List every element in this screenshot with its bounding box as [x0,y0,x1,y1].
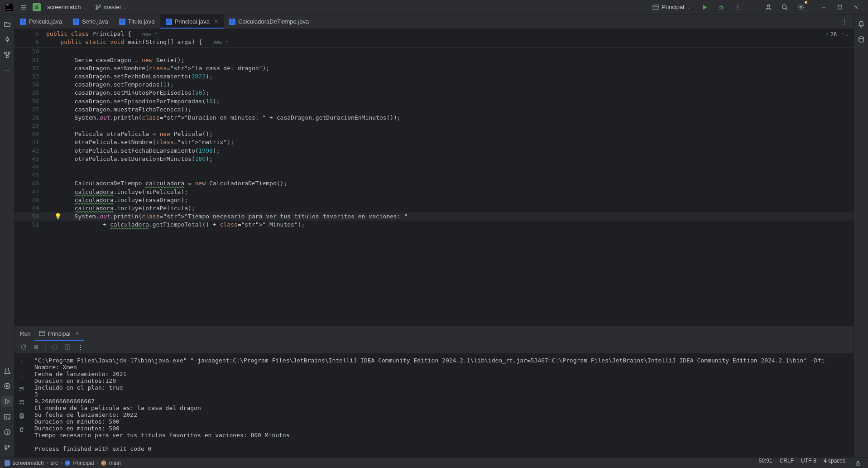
chevron-up-icon[interactable]: ⌃ [841,32,844,38]
readonly-icon[interactable] [853,458,863,468]
structure-tool-icon[interactable] [1,49,13,61]
chevron-down-icon[interactable]: ⌄ [846,32,848,38]
run-tool-icon[interactable] [1,396,13,407]
minimize-window-button[interactable] [815,1,832,14]
project-dropdown[interactable]: screenmatch ⌄ [44,3,89,11]
more-tools-icon[interactable]: ⋯ [1,64,13,76]
indent-settings[interactable]: 4 spaces [824,458,845,468]
search-icon[interactable] [779,2,790,13]
center-area: CPelicula.javaCSerie.javaCTitulo.javaCPr… [14,14,854,457]
layout-icon[interactable] [62,342,73,352]
run-config-label: Principal [662,4,684,10]
up-icon[interactable]: ↑ [16,356,27,367]
editor-area[interactable]: 5 public class Principal { new * 6 publi… [14,29,854,326]
code-line[interactable]: 43 otraPelicula.setDuracionEnMinutos(180… [14,155,854,163]
debug-button[interactable] [716,2,727,13]
line-number: 32 [14,64,46,72]
stop-button[interactable] [31,342,42,352]
file-tab[interactable]: CSerie.java [67,14,114,29]
close-icon[interactable]: ✕ [214,19,218,24]
intention-bulb-icon[interactable]: 💡 [54,212,62,221]
code-line[interactable]: 33 casaDragon.setFechaDeLansamiento(2022… [14,72,854,81]
services-tool-icon[interactable] [1,380,13,392]
scroll-to-end-icon[interactable] [16,397,27,408]
commit-tool-icon[interactable] [1,34,13,45]
code-line[interactable]: 38 System.out.println(class="str">"Durac… [14,114,854,122]
code-text: otraPelicula.setDuracionEnMinutos(180); [46,155,213,163]
code-line[interactable]: 35 casaDragon.setMinutosPorEpisodios(50)… [14,89,854,97]
more-actions-icon[interactable]: ⋮ [732,2,743,13]
file-tab[interactable]: CCalculadoraDeTiempo.java [224,14,314,29]
file-encoding[interactable]: UTF-8 [801,458,816,468]
app-logo-icon[interactable] [4,2,14,13]
clear-icon[interactable] [16,424,27,435]
code-line[interactable]: 37 casaDragon.muestraFichaTecnica(); [14,106,854,114]
code-line[interactable]: 49 calculadora.incluye(otraPelicula); [14,204,854,212]
notifications-icon[interactable] [855,18,867,30]
run-tab-principal[interactable]: Principal ✕ [34,326,84,341]
code-line[interactable]: 32 casaDragon.setNombre(class="str">"la … [14,64,854,72]
tab-label: Pelicula.java [29,18,62,25]
code-line[interactable]: 34 casaDragon.setTemporadas(1); [14,81,854,89]
file-tab[interactable]: CTitulo.java [114,14,160,29]
line-number: 49 [14,204,46,212]
breadcrumb[interactable]: screenmatch › src › C Principal › m main [5,460,121,466]
code-text: otraPelicula.setFechaDeLansamiento(1998)… [46,147,220,155]
down-icon[interactable]: ↓ [16,370,27,381]
java-class-icon: C [73,19,79,25]
close-window-button[interactable] [848,1,864,14]
build-tool-icon[interactable] [1,365,13,376]
terminal-tool-icon[interactable] [1,411,13,423]
svg-point-36 [5,383,10,389]
code-scroll-area[interactable]: 3031 Serie casaDragon = new Serie();32 c… [14,48,854,326]
hamburger-menu-icon[interactable] [18,2,29,13]
svg-rect-47 [34,345,38,349]
svg-rect-55 [857,463,859,465]
close-icon[interactable]: ✕ [75,331,79,337]
code-text: System.out.println(class="str">"Tiempo n… [46,212,408,221]
code-line[interactable]: 39 [14,122,854,130]
code-line[interactable]: 47 calculadora.incluye(miPelicula); [14,188,854,196]
problems-tool-icon[interactable] [1,426,13,438]
gutter-line-6: 6 [14,38,46,46]
maximize-window-button[interactable] [832,1,848,14]
line-number: 31 [14,56,46,64]
more-icon[interactable]: ⋮ [75,342,86,352]
rerun-button[interactable] [18,342,29,352]
code-line[interactable]: 51 + calculadora.getTiempoTotal() + clas… [14,221,854,229]
database-icon[interactable] [855,34,867,45]
code-line[interactable]: 42 otraPelicula.setFechaDeLansamiento(19… [14,147,854,155]
code-line[interactable]: 45 [14,171,854,179]
code-text: Pelicula otraPelicula = new Pelicula(); [46,130,213,138]
tabs-more-icon[interactable]: ⋮ [839,16,850,27]
settings-icon[interactable] [796,2,806,13]
vcs-branch-dropdown[interactable]: master ⌄ [92,3,129,11]
code-line[interactable]: 💡50 System.out.println(class="str">"Tiem… [14,212,854,221]
console-output[interactable]: "C:\Program Files\Java\jdk-17\bin\java.e… [29,353,854,457]
cursor-position[interactable]: 50:91 [759,458,772,468]
filter-icon[interactable] [49,342,60,352]
print-icon[interactable] [16,410,27,421]
code-line[interactable]: 31 Serie casaDragon = new Serie(); [14,56,854,64]
code-line[interactable]: 36 casaDragon.setEpisodiosPorTemporadas(… [14,97,854,106]
sticky-header: 5 public class Principal { new * 6 publi… [14,29,854,48]
vcs-tool-icon[interactable] [1,442,13,454]
file-tab[interactable]: CPelicula.java [14,14,67,29]
code-with-me-icon[interactable] [763,2,774,13]
status-bar: screenmatch › src › C Principal › m main… [0,457,868,468]
code-line[interactable]: 41 otraPelicula.setNombre(class="str">"m… [14,138,854,146]
soft-wrap-icon[interactable] [16,383,27,394]
svg-point-28 [6,38,9,41]
line-separator[interactable]: CRLF [780,458,794,468]
file-tab[interactable]: CPrincipal.java✕ [160,14,224,29]
code-line[interactable]: 48 calculadora.incluye(casaDragon); [14,196,854,204]
code-line[interactable]: 40 Pelicula otraPelicula = new Pelicula(… [14,130,854,138]
code-line[interactable]: 44 [14,163,854,171]
project-tool-icon[interactable] [1,18,13,30]
code-line[interactable]: 46 CalculadoraDeTiempo calculadora = new… [14,179,854,188]
run-button[interactable] [700,2,710,13]
problems-indicator[interactable]: ✓ 26 ⌃ ⌄ [825,31,848,39]
code-line[interactable]: 30 [14,48,854,56]
line-number: 34 [14,81,46,89]
run-config-dropdown[interactable]: Principal ⌄ [649,3,694,11]
